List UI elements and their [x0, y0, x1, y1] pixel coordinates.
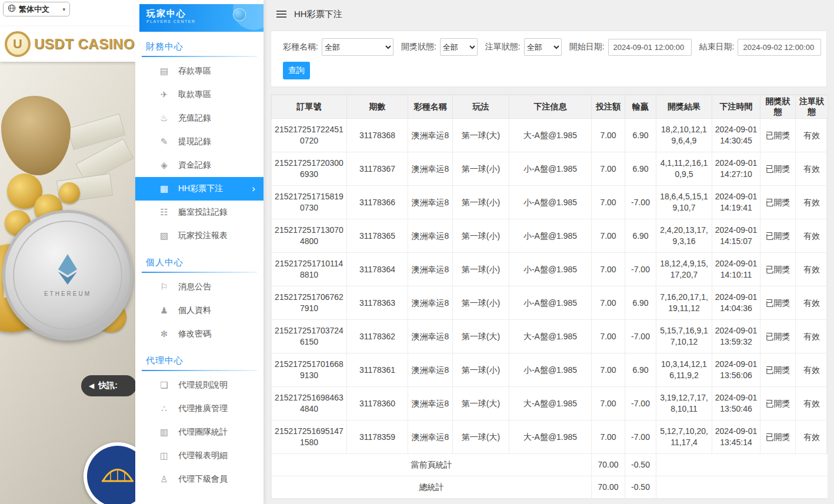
lottery-name-select[interactable]: 全部 [322, 38, 393, 56]
chevron-right-icon: › [252, 183, 255, 195]
order-status-select[interactable]: 全部 [524, 38, 562, 56]
sidebar-menu-item[interactable]: ♨ 充值記錄 [135, 106, 263, 130]
play-type-cell: 第一球(小) [453, 286, 509, 320]
agent-menu-list: ❏ 代理規則說明 ∴ 代理推廣管理 ▥ 代理團隊統計 ◫ 代理報表明細 ♙ 代理… [135, 373, 263, 491]
order-status-cell: 有效 [796, 387, 828, 420]
ethereum-icon [58, 254, 78, 287]
sidebar-menu-item[interactable]: ◈ 資金記錄 [135, 153, 263, 177]
table-row: 2152172517016689130 31178361 澳洲幸运8 第一球(小… [272, 353, 828, 387]
language-selector[interactable]: 繁体中文 ▾ [3, 2, 70, 16]
profile-icon: ♟ [159, 305, 169, 316]
agent-members-icon: ♙ [159, 474, 169, 485]
bet-records-table-card: 訂單號 期數 彩種名稱 玩法 下注信息 投注額 輸贏 開獎結果 下注時間 開獎狀… [271, 94, 827, 499]
total-stats-label: 總統計 [272, 476, 592, 499]
lottery-name-label: 彩種名稱: [283, 42, 318, 52]
draw-status-cell: 已開獎 [760, 420, 796, 454]
bet-amount-cell: 7.00 [592, 353, 625, 387]
sidebar-menu-item[interactable]: ❏ 代理規則說明 [135, 373, 263, 397]
table-row: 2152172517203006930 31178367 澳洲幸运8 第一球(小… [272, 152, 828, 186]
draw-result-cell: 5,12,7,10,20,11,17,4 [656, 420, 712, 454]
start-date-label: 開始日期: [569, 42, 605, 52]
sidebar-menu-item[interactable]: ▤ 存款專區 [135, 59, 263, 83]
win-loss-cell: 6.90 [625, 353, 656, 387]
end-date-label: 結束日期: [699, 42, 735, 52]
order-no-cell: 2152172517130704800 [272, 219, 347, 253]
period-cell: 31178368 [347, 119, 408, 152]
bet-info-cell: 小-A盤@1.985 [509, 286, 592, 320]
brand-coin-icon: U [5, 31, 31, 57]
table-row: 2152172517158190730 31178366 澳洲幸运8 第一球(小… [272, 186, 828, 219]
draw-status-cell: 已開獎 [760, 286, 796, 320]
search-button[interactable]: 查詢 [283, 62, 310, 79]
bet-time-cell: 2024-09-01 14:10:11 [712, 253, 760, 286]
bet-amount-cell: 7.00 [592, 320, 625, 353]
order-status-cell: 有效 [796, 219, 828, 253]
table-row: 2152172517101148810 31178364 澳洲幸运8 第一球(小… [272, 253, 828, 286]
lottery-name-cell: 澳洲幸运8 [408, 119, 453, 152]
sidebar-menu-item[interactable]: ◫ 代理報表明細 [135, 444, 263, 468]
win-loss-cell: 6.90 [625, 219, 656, 253]
main-content: HH彩票下注 彩種名稱: 全部 開獎狀態: 全部 注單狀態: 全部 開始日期: … [263, 0, 834, 504]
start-date-input[interactable] [608, 39, 692, 56]
section-divider [142, 370, 257, 371]
sidebar-menu-item[interactable]: ♙ 代理下級會員 [135, 468, 263, 491]
period-cell: 31178361 [347, 353, 408, 387]
bet-amount-cell: 7.00 [592, 420, 625, 454]
left-banner-panel: 繁体中文 ▾ U USDT CASINO B ETHEREUM ◀ 快訊: [0, 0, 135, 504]
draw-result-cell: 4,1,11,2,16,10,9,5 [656, 152, 712, 186]
win-loss-cell: 6.90 [625, 119, 656, 152]
bet-amount-cell: 7.00 [592, 119, 625, 152]
bet-amount-cell: 7.00 [592, 219, 625, 253]
play-type-cell: 第一球(大) [453, 119, 509, 152]
draw-result-cell: 18,12,4,9,15,17,20,7 [656, 253, 712, 286]
news-ticker[interactable]: ◀ 快訊: [81, 375, 135, 396]
order-status-cell: 有效 [796, 420, 828, 454]
withdraw-icon: ✈ [159, 89, 169, 100]
order-no-cell: 2152172517016689130 [272, 353, 347, 387]
sidebar-menu-item[interactable]: ☷ 廳室投註記錄 [135, 201, 263, 224]
bet-time-cell: 2024-09-01 14:15:07 [712, 219, 760, 253]
lottery-name-cell: 澳洲幸运8 [408, 387, 453, 420]
sidebar-menu-item[interactable]: ✈ 取款專區 [135, 83, 263, 106]
announcement-icon: ⚐ [159, 282, 169, 292]
bet-time-cell: 2024-09-01 13:56:06 [712, 353, 760, 387]
order-status-cell: 有效 [796, 286, 828, 320]
draw-status-cell: 已開獎 [760, 320, 796, 353]
sidebar-menu-item[interactable]: ∴ 代理推廣管理 [135, 397, 263, 420]
menu-toggle-icon[interactable] [276, 11, 286, 18]
period-cell: 31178360 [347, 387, 408, 420]
header-bet-time: 下注時間 [712, 95, 760, 119]
bet-amount-cell: 7.00 [592, 286, 625, 320]
section-title-agent: 代理中心 [146, 355, 263, 366]
section-title-personal: 個人中心 [146, 257, 263, 268]
brand-name: USDT CASINO [34, 36, 135, 52]
bet-time-cell: 2024-09-01 14:27:10 [712, 152, 760, 186]
win-loss-cell: -7.00 [625, 420, 656, 454]
total-stats-winloss-total: -0.50 [625, 476, 656, 499]
win-loss-cell: 6.90 [625, 286, 656, 320]
header-period: 期數 [347, 95, 408, 119]
sidebar-menu-item[interactable]: ✻ 修改密碼 [135, 322, 263, 346]
page-stats-label: 當前頁統計 [272, 454, 592, 476]
sidebar-menu-item[interactable]: ▦ HH彩票下注 › [135, 177, 263, 201]
sidebar-section-finance: 財務中心 ▤ 存款專區 ✈ 取款專區 ♨ 充值記錄 ✎ 提現記錄 ◈ 資金記錄 … [135, 41, 263, 248]
gear-icon: ✻ [159, 329, 169, 339]
sidebar-menu-item[interactable]: ♟ 個人資料 [135, 299, 263, 322]
sidebar-menu-item[interactable]: ▥ 代理團隊統計 [135, 420, 263, 444]
period-cell: 31178365 [347, 219, 408, 253]
play-type-cell: 第一球(小) [453, 186, 509, 219]
bet-time-cell: 2024-09-01 14:19:41 [712, 186, 760, 219]
bet-time-cell: 2024-09-01 14:04:36 [712, 286, 760, 320]
header-order-status: 注單狀態 [796, 95, 828, 119]
sidebar-menu-item[interactable]: ▧ 玩家投注報表 [135, 224, 263, 248]
draw-status-label: 開獎狀態: [401, 42, 436, 52]
end-date-input[interactable] [738, 39, 821, 56]
section-title-finance: 財務中心 [146, 41, 263, 52]
sidebar-menu-item[interactable]: ⚐ 消息公告 [135, 275, 263, 299]
play-type-cell: 第一球(大) [453, 420, 509, 454]
win-loss-cell: -7.00 [625, 253, 656, 286]
order-no-cell: 2152172517224510720 [272, 119, 347, 152]
brand-logo: U USDT CASINO [0, 26, 135, 62]
draw-status-select[interactable]: 全部 [440, 38, 478, 56]
sidebar-menu-item[interactable]: ✎ 提現記錄 [135, 130, 263, 153]
